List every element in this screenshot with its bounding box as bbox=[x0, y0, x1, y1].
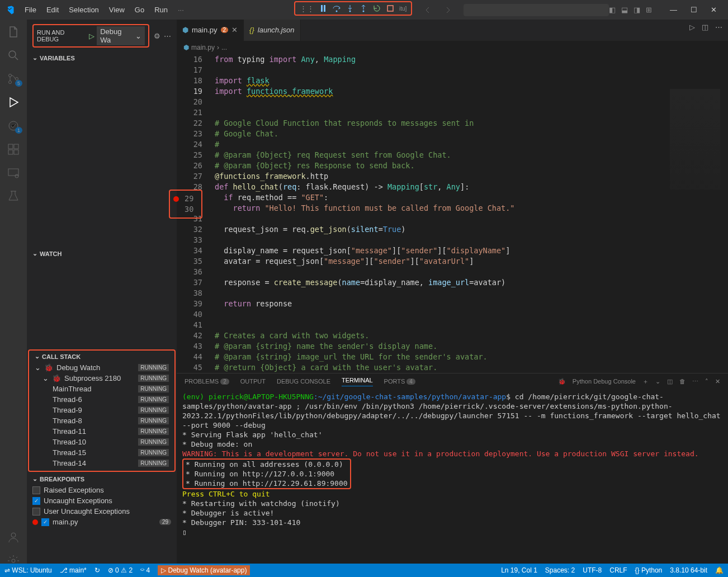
git-branch[interactable]: ⎇ main* bbox=[60, 566, 87, 574]
add-terminal-icon[interactable]: ＋ bbox=[642, 377, 649, 386]
step-out-icon[interactable] bbox=[359, 4, 368, 13]
breakpoint-item[interactable]: Raised Exceptions bbox=[27, 485, 177, 495]
command-center[interactable] bbox=[464, 4, 609, 16]
indent-status[interactable]: Spaces: 2 bbox=[545, 566, 575, 574]
menu-file[interactable]: File bbox=[20, 3, 41, 16]
layout-right-icon[interactable]: ◨ bbox=[634, 6, 640, 14]
tab-problems[interactable]: PROBLEMS 2 bbox=[185, 378, 229, 385]
extensions-icon[interactable] bbox=[7, 143, 20, 156]
remote-indicator[interactable]: ⇌ WSL: Ubuntu bbox=[4, 566, 52, 574]
run-debug-icon[interactable] bbox=[7, 96, 20, 109]
breakpoint-item[interactable]: User Uncaught Exceptions bbox=[27, 506, 177, 517]
scm-icon[interactable]: 5 bbox=[7, 72, 20, 86]
tab-debug-console[interactable]: DEBUG CONSOLE bbox=[277, 378, 330, 385]
callstack-thread[interactable]: Thread-10RUNNING bbox=[29, 437, 174, 447]
more-icon[interactable]: ⋯ bbox=[164, 32, 171, 40]
layout-bottom-icon[interactable]: ⬓ bbox=[621, 6, 628, 14]
menu-run[interactable]: Run bbox=[150, 3, 172, 16]
callstack-thread[interactable]: Thread-15RUNNING bbox=[29, 447, 174, 458]
tab-output[interactable]: OUTPUT bbox=[240, 378, 266, 385]
menu-go[interactable]: Go bbox=[130, 3, 149, 16]
ports-status[interactable]: ⌔ 4 bbox=[140, 566, 150, 574]
split-icon[interactable]: ◫ bbox=[667, 378, 673, 385]
breakpoint-file[interactable]: ✓ main.py 29 bbox=[27, 517, 177, 527]
checkbox[interactable]: ✓ bbox=[41, 518, 49, 526]
restart-icon[interactable] bbox=[372, 4, 381, 13]
breadcrumb[interactable]: ⬢ main.py › ... bbox=[177, 41, 728, 54]
menu-selection[interactable]: Selection bbox=[64, 3, 103, 16]
chevron-down-icon[interactable]: ⌄ bbox=[655, 378, 660, 385]
callstack-thread[interactable]: MainThreadRUNNING bbox=[29, 384, 174, 394]
testing-icon[interactable]: 1 bbox=[7, 119, 20, 133]
drag-handle-icon[interactable]: ⋮⋮ bbox=[300, 4, 314, 13]
variables-header[interactable]: ⌄VARIABLES bbox=[27, 52, 177, 64]
split-icon[interactable]: ◫ bbox=[702, 23, 708, 31]
close-icon[interactable]: ✕ bbox=[231, 26, 238, 34]
watch-header[interactable]: ⌄WATCH bbox=[27, 248, 177, 259]
menu-edit[interactable]: Edit bbox=[42, 3, 63, 16]
callstack-thread[interactable]: Thread-14RUNNING bbox=[29, 458, 174, 469]
minimize-button[interactable]: — bbox=[663, 3, 684, 16]
debug-config-selector[interactable]: RUN AND DEBUG ▷ Debug Wa ⌄ bbox=[32, 24, 149, 48]
run-icon[interactable]: ▷ bbox=[689, 23, 695, 31]
callstack-header[interactable]: ⌄CALL STACK bbox=[29, 351, 174, 362]
checkbox[interactable] bbox=[32, 486, 40, 494]
tab-ports[interactable]: PORTS 4 bbox=[384, 378, 415, 385]
breakpoints-header[interactable]: ⌄BREAKPOINTS bbox=[27, 473, 177, 485]
problems-status[interactable]: ⊘ 0 ⚠ 2 bbox=[108, 566, 133, 574]
nav-fwd-icon[interactable] bbox=[443, 6, 452, 15]
sync-icon[interactable]: ↻ bbox=[94, 566, 100, 574]
menu-view[interactable]: View bbox=[105, 3, 129, 16]
status-badge: RUNNING bbox=[138, 385, 169, 392]
maximize-button[interactable]: ☐ bbox=[684, 3, 704, 16]
code-editor[interactable]: 2930 16171819202122232425262728 31323334… bbox=[177, 54, 728, 373]
encoding-status[interactable]: UTF-8 bbox=[583, 566, 602, 574]
callstack-thread[interactable]: Thread-6RUNNING bbox=[29, 394, 174, 405]
search-icon[interactable] bbox=[7, 49, 20, 62]
callstack-thread[interactable]: Thread-11RUNNING bbox=[29, 426, 174, 437]
more-icon[interactable]: ⋯ bbox=[692, 378, 698, 385]
trash-icon[interactable]: 🗑 bbox=[679, 378, 686, 385]
terminal[interactable]: (env) pierrick@LAPTOP-HKU5PNNG:~/git/goo… bbox=[177, 390, 728, 573]
tab-terminal[interactable]: TERMINAL bbox=[342, 377, 373, 386]
nav-back-icon[interactable] bbox=[423, 6, 432, 15]
menu-more[interactable]: ··· bbox=[173, 3, 188, 16]
account-icon[interactable] bbox=[7, 531, 20, 544]
eol-status[interactable]: CRLF bbox=[609, 566, 627, 574]
python-version[interactable]: 3.8.10 64-bit bbox=[670, 566, 707, 574]
callstack-thread[interactable]: Thread-8RUNNING bbox=[29, 415, 174, 426]
callstack-subprocess[interactable]: ⌄ 🐞 Subprocess 2180 RUNNING bbox=[29, 373, 174, 384]
callstack-thread[interactable]: Thread-9RUNNING bbox=[29, 405, 174, 415]
step-over-icon[interactable] bbox=[332, 4, 341, 13]
callstack-root[interactable]: ⌄ 🐞 Debug Watch RUNNING bbox=[29, 362, 174, 373]
beaker-icon[interactable] bbox=[7, 190, 20, 203]
breakpoint-marker[interactable]: 2930 bbox=[169, 190, 202, 219]
checkbox[interactable]: ✓ bbox=[32, 497, 40, 505]
checkbox[interactable] bbox=[32, 508, 40, 515]
remote-icon[interactable] bbox=[7, 166, 20, 179]
status-badge: RUNNING bbox=[138, 364, 169, 371]
breakpoint-item[interactable]: ✓Uncaught Exceptions bbox=[27, 495, 177, 506]
terminal-selector[interactable]: Python Debug Console bbox=[573, 378, 636, 385]
gear-icon[interactable]: ⚙ bbox=[154, 32, 160, 40]
step-into-icon[interactable] bbox=[346, 4, 354, 13]
explorer-icon[interactable] bbox=[7, 25, 20, 39]
close-button[interactable]: ✕ bbox=[704, 3, 724, 16]
maximize-panel-icon[interactable]: ˄ bbox=[705, 378, 708, 385]
close-panel-icon[interactable]: ✕ bbox=[715, 378, 720, 385]
cursor-position[interactable]: Ln 19, Col 1 bbox=[501, 566, 537, 574]
more-icon[interactable]: ⋯ bbox=[715, 23, 722, 31]
layout-grid-icon[interactable]: ⊞ bbox=[646, 6, 652, 14]
tab-main[interactable]: ⬢ main.py 2 ✕ bbox=[177, 20, 244, 41]
debug-config-dropdown[interactable]: Debug Wa ⌄ bbox=[97, 26, 145, 45]
debug-toolbar[interactable]: ⋮⋮ itu] bbox=[294, 1, 412, 16]
lang-status[interactable]: {} Python bbox=[635, 566, 663, 574]
start-debug-icon[interactable]: ▷ bbox=[89, 32, 94, 40]
notifications-icon[interactable]: 🔔 bbox=[715, 566, 724, 574]
debug-status[interactable]: ▷ Debug Watch (avatar-app) bbox=[158, 565, 250, 575]
pause-icon[interactable] bbox=[319, 4, 328, 13]
minimap[interactable] bbox=[670, 89, 720, 190]
layout-left-icon[interactable]: ◧ bbox=[609, 6, 616, 14]
stop-icon[interactable] bbox=[386, 4, 395, 13]
tab-launch[interactable]: {} launch.json bbox=[244, 20, 300, 41]
